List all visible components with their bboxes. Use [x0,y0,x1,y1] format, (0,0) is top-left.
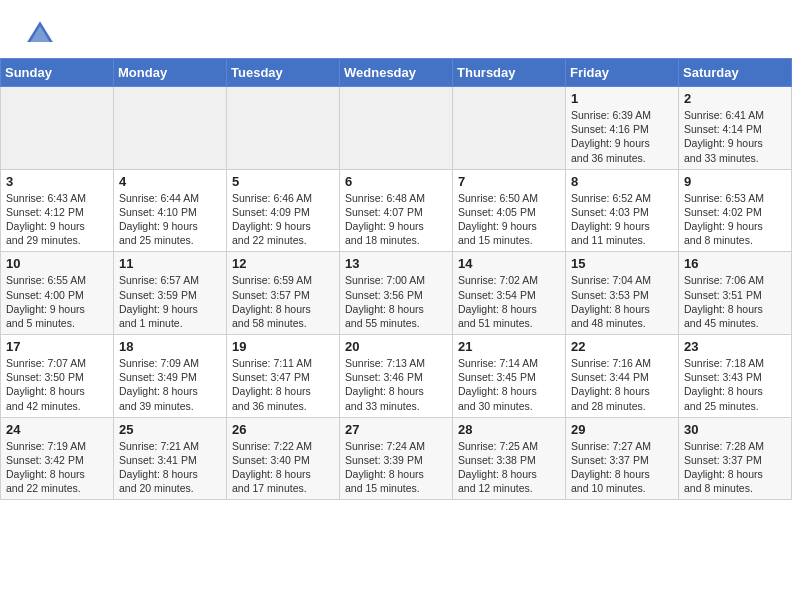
calendar-header-monday: Monday [114,59,227,87]
calendar-cell: 23Sunrise: 7:18 AM Sunset: 3:43 PM Dayli… [679,335,792,418]
day-number: 23 [684,339,786,354]
day-number: 19 [232,339,334,354]
day-info: Sunrise: 7:28 AM Sunset: 3:37 PM Dayligh… [684,439,786,496]
day-info: Sunrise: 7:09 AM Sunset: 3:49 PM Dayligh… [119,356,221,413]
day-info: Sunrise: 6:43 AM Sunset: 4:12 PM Dayligh… [6,191,108,248]
calendar-cell: 18Sunrise: 7:09 AM Sunset: 3:49 PM Dayli… [114,335,227,418]
day-number: 13 [345,256,447,271]
calendar-cell: 28Sunrise: 7:25 AM Sunset: 3:38 PM Dayli… [453,417,566,500]
day-number: 15 [571,256,673,271]
calendar-week-5: 24Sunrise: 7:19 AM Sunset: 3:42 PM Dayli… [1,417,792,500]
day-number: 29 [571,422,673,437]
day-number: 22 [571,339,673,354]
calendar-cell [1,87,114,170]
day-number: 5 [232,174,334,189]
day-number: 27 [345,422,447,437]
day-info: Sunrise: 7:14 AM Sunset: 3:45 PM Dayligh… [458,356,560,413]
calendar-body: 1Sunrise: 6:39 AM Sunset: 4:16 PM Daylig… [1,87,792,500]
day-info: Sunrise: 7:16 AM Sunset: 3:44 PM Dayligh… [571,356,673,413]
day-info: Sunrise: 7:22 AM Sunset: 3:40 PM Dayligh… [232,439,334,496]
calendar-cell [114,87,227,170]
calendar-cell: 22Sunrise: 7:16 AM Sunset: 3:44 PM Dayli… [566,335,679,418]
calendar-cell: 8Sunrise: 6:52 AM Sunset: 4:03 PM Daylig… [566,169,679,252]
day-info: Sunrise: 7:18 AM Sunset: 3:43 PM Dayligh… [684,356,786,413]
calendar-cell [340,87,453,170]
day-info: Sunrise: 6:44 AM Sunset: 4:10 PM Dayligh… [119,191,221,248]
calendar-header-wednesday: Wednesday [340,59,453,87]
day-number: 11 [119,256,221,271]
calendar-week-4: 17Sunrise: 7:07 AM Sunset: 3:50 PM Dayli… [1,335,792,418]
day-info: Sunrise: 7:24 AM Sunset: 3:39 PM Dayligh… [345,439,447,496]
day-info: Sunrise: 7:13 AM Sunset: 3:46 PM Dayligh… [345,356,447,413]
calendar-cell: 1Sunrise: 6:39 AM Sunset: 4:16 PM Daylig… [566,87,679,170]
day-number: 24 [6,422,108,437]
day-number: 30 [684,422,786,437]
calendar-cell: 30Sunrise: 7:28 AM Sunset: 3:37 PM Dayli… [679,417,792,500]
day-number: 18 [119,339,221,354]
day-info: Sunrise: 7:06 AM Sunset: 3:51 PM Dayligh… [684,273,786,330]
day-number: 20 [345,339,447,354]
calendar-cell: 25Sunrise: 7:21 AM Sunset: 3:41 PM Dayli… [114,417,227,500]
calendar-cell: 5Sunrise: 6:46 AM Sunset: 4:09 PM Daylig… [227,169,340,252]
calendar-header-row: SundayMondayTuesdayWednesdayThursdayFrid… [1,59,792,87]
calendar-cell: 12Sunrise: 6:59 AM Sunset: 3:57 PM Dayli… [227,252,340,335]
logo-icon [24,18,56,50]
calendar-cell: 16Sunrise: 7:06 AM Sunset: 3:51 PM Dayli… [679,252,792,335]
day-info: Sunrise: 7:00 AM Sunset: 3:56 PM Dayligh… [345,273,447,330]
calendar-cell: 15Sunrise: 7:04 AM Sunset: 3:53 PM Dayli… [566,252,679,335]
day-number: 1 [571,91,673,106]
day-info: Sunrise: 7:04 AM Sunset: 3:53 PM Dayligh… [571,273,673,330]
day-number: 3 [6,174,108,189]
day-info: Sunrise: 6:48 AM Sunset: 4:07 PM Dayligh… [345,191,447,248]
day-info: Sunrise: 7:19 AM Sunset: 3:42 PM Dayligh… [6,439,108,496]
day-info: Sunrise: 6:50 AM Sunset: 4:05 PM Dayligh… [458,191,560,248]
day-info: Sunrise: 7:07 AM Sunset: 3:50 PM Dayligh… [6,356,108,413]
calendar-week-2: 3Sunrise: 6:43 AM Sunset: 4:12 PM Daylig… [1,169,792,252]
day-info: Sunrise: 7:02 AM Sunset: 3:54 PM Dayligh… [458,273,560,330]
calendar-cell [453,87,566,170]
day-info: Sunrise: 6:55 AM Sunset: 4:00 PM Dayligh… [6,273,108,330]
day-info: Sunrise: 7:27 AM Sunset: 3:37 PM Dayligh… [571,439,673,496]
day-number: 25 [119,422,221,437]
calendar-cell: 19Sunrise: 7:11 AM Sunset: 3:47 PM Dayli… [227,335,340,418]
calendar-cell: 26Sunrise: 7:22 AM Sunset: 3:40 PM Dayli… [227,417,340,500]
day-number: 21 [458,339,560,354]
day-number: 2 [684,91,786,106]
day-info: Sunrise: 6:57 AM Sunset: 3:59 PM Dayligh… [119,273,221,330]
calendar-cell: 2Sunrise: 6:41 AM Sunset: 4:14 PM Daylig… [679,87,792,170]
day-info: Sunrise: 7:11 AM Sunset: 3:47 PM Dayligh… [232,356,334,413]
logo [24,18,60,50]
day-number: 17 [6,339,108,354]
calendar-cell: 17Sunrise: 7:07 AM Sunset: 3:50 PM Dayli… [1,335,114,418]
day-info: Sunrise: 6:41 AM Sunset: 4:14 PM Dayligh… [684,108,786,165]
day-number: 4 [119,174,221,189]
calendar-week-1: 1Sunrise: 6:39 AM Sunset: 4:16 PM Daylig… [1,87,792,170]
calendar-cell: 3Sunrise: 6:43 AM Sunset: 4:12 PM Daylig… [1,169,114,252]
day-number: 6 [345,174,447,189]
day-number: 10 [6,256,108,271]
calendar-header-friday: Friday [566,59,679,87]
day-number: 9 [684,174,786,189]
calendar-cell: 24Sunrise: 7:19 AM Sunset: 3:42 PM Dayli… [1,417,114,500]
calendar-cell: 7Sunrise: 6:50 AM Sunset: 4:05 PM Daylig… [453,169,566,252]
calendar-table: SundayMondayTuesdayWednesdayThursdayFrid… [0,58,792,500]
calendar-header-saturday: Saturday [679,59,792,87]
day-number: 14 [458,256,560,271]
calendar-header-thursday: Thursday [453,59,566,87]
calendar-cell: 20Sunrise: 7:13 AM Sunset: 3:46 PM Dayli… [340,335,453,418]
calendar-header-tuesday: Tuesday [227,59,340,87]
calendar-cell [227,87,340,170]
day-info: Sunrise: 6:46 AM Sunset: 4:09 PM Dayligh… [232,191,334,248]
calendar-cell: 29Sunrise: 7:27 AM Sunset: 3:37 PM Dayli… [566,417,679,500]
calendar-week-3: 10Sunrise: 6:55 AM Sunset: 4:00 PM Dayli… [1,252,792,335]
day-number: 28 [458,422,560,437]
day-info: Sunrise: 6:59 AM Sunset: 3:57 PM Dayligh… [232,273,334,330]
day-number: 12 [232,256,334,271]
day-number: 8 [571,174,673,189]
calendar-cell: 9Sunrise: 6:53 AM Sunset: 4:02 PM Daylig… [679,169,792,252]
day-number: 26 [232,422,334,437]
day-number: 7 [458,174,560,189]
calendar-header-sunday: Sunday [1,59,114,87]
calendar-cell: 21Sunrise: 7:14 AM Sunset: 3:45 PM Dayli… [453,335,566,418]
day-number: 16 [684,256,786,271]
